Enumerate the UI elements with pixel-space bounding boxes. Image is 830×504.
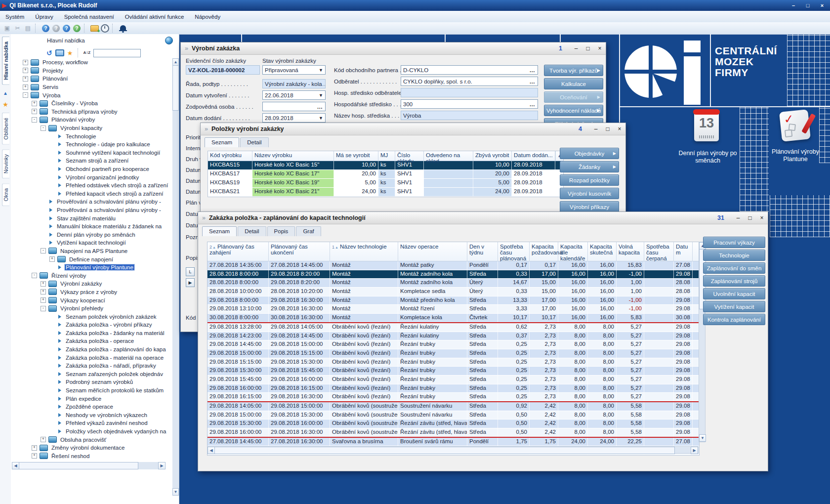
tab[interactable]: Seznam	[205, 137, 239, 147]
close-icon[interactable]: ×	[594, 45, 606, 52]
table-row[interactable]: 29.08.2018 14:45:00 29.08.2018 15:00:00 …	[208, 340, 699, 349]
tree-item[interactable]: Neshody ve výrobních výkazech	[12, 411, 172, 420]
tree-item[interactable]: Zakázka položka - žádanky na materiál	[12, 329, 172, 337]
tree-horizontal-scrollbar[interactable]: ◀ ▶	[12, 462, 166, 469]
scroll-thumb[interactable]	[214, 447, 675, 454]
scroll-left-icon[interactable]: ◀	[208, 447, 215, 454]
paste-icon[interactable]: ▤	[23, 24, 33, 33]
bell-icon[interactable]	[118, 24, 127, 33]
expander-icon[interactable]: +	[23, 84, 28, 90]
table-row[interactable]: 29.08.2018 13:10:00 29.08.2018 16:30:00 …	[208, 305, 699, 314]
tree-item[interactable]: Výrobní organizační jednotky	[12, 173, 172, 181]
action-button[interactable]: Žádanky▶	[560, 161, 619, 172]
action-button[interactable]: Výrobní příkazy▶	[560, 201, 619, 212]
scroll-left-icon[interactable]: ◀	[12, 462, 19, 469]
minimize-icon[interactable]: –	[590, 126, 602, 132]
tree-item[interactable]: + Výrobní zakázky	[12, 280, 172, 288]
table-row[interactable]: 29.08.2018 15:45:00 29.08.2018 16:00:00 …	[208, 376, 699, 384]
column-header[interactable]: Spotřeba času plánovaná	[498, 242, 530, 261]
menu-item[interactable]: Společná nastavení	[59, 11, 120, 22]
tree-item[interactable]: + Servis	[12, 83, 172, 91]
action-button[interactable]: Zaplánování strojů▶	[703, 275, 765, 287]
chevron-down-icon[interactable]: ▼	[319, 93, 323, 98]
table-row[interactable]: 29.08.2018 13:28:00 29.08.2018 14:05:00 …	[208, 323, 699, 332]
ellipsis-icon[interactable]: …	[530, 79, 536, 84]
created-date-field[interactable]: 22.06.2018▼	[262, 90, 326, 100]
column-header[interactable]: Číslo skladu	[395, 151, 424, 161]
tree-item[interactable]: - Výroba	[12, 91, 172, 99]
context-help-icon[interactable]: ?	[51, 24, 61, 33]
minimize-button[interactable]: –	[787, 1, 800, 9]
action-button[interactable]: Kalkulace▶	[544, 78, 603, 89]
minimize-icon[interactable]: –	[732, 214, 744, 221]
expander-icon[interactable]: -	[41, 248, 46, 253]
monitor-icon[interactable]	[55, 49, 64, 56]
search-input[interactable]	[93, 49, 141, 57]
column-header[interactable]: Zbývá vyrobit	[473, 151, 512, 161]
column-header[interactable]: Plánovaný čas ukončení	[269, 242, 330, 261]
economic-centre-field[interactable]: 300…	[401, 99, 538, 109]
maximize-icon[interactable]: □	[582, 45, 594, 52]
table-row[interactable]: 29.08.2018 15:30:00 29.08.2018 15:45:00 …	[208, 367, 699, 376]
tree-item[interactable]: Zakázka položka - výrobní příkazy	[12, 321, 172, 329]
table-row[interactable]: 29.08.2018 14:05:00 29.08.2018 15:00:00 …	[208, 402, 699, 411]
column-header[interactable]: Kapacita dle kalendáře	[558, 242, 588, 261]
expander-icon[interactable]: +	[49, 256, 55, 262]
expander-icon[interactable]: +	[32, 453, 37, 459]
expander-icon[interactable]: -	[41, 306, 46, 311]
table-row[interactable]: HXCBAS17 Horské kolo XC Basic 17" 20,00 …	[208, 170, 563, 179]
tree-item[interactable]: Manuální blokace materiálu z žádanek na	[12, 222, 172, 231]
horizontal-scrollbar[interactable]: ◀ ▶	[207, 446, 699, 454]
tree-item[interactable]: Seznam položek výrobních zakázek	[12, 312, 172, 321]
tree-item[interactable]: Technologie	[12, 132, 172, 140]
table-row[interactable]: 29.08.2018 8:00:00 29.08.2018 16:30:00 M…	[208, 296, 699, 305]
tree-item[interactable]: Prověřování a schvalování plánu výroby -	[12, 198, 172, 206]
tree-item[interactable]: - Napojení na APS Plantune	[12, 247, 172, 255]
column-header[interactable]: Volná kapacita	[617, 242, 644, 261]
column-header[interactable]: Má se vyrobit	[334, 151, 378, 161]
tree-item[interactable]: Seznam zařazených položek objednáv	[12, 370, 172, 378]
help-icon[interactable]: ?	[41, 24, 50, 33]
column-header[interactable]: 2▲Plánovaný čas zahájení	[208, 242, 269, 261]
collapse-arrow-icon[interactable]: ▲	[3, 90, 8, 96]
tab-okna[interactable]: Okna	[2, 183, 9, 206]
tree-item[interactable]: Zakázka položka - nářadí, přípravky	[12, 362, 172, 370]
table-row[interactable]: 28.08.2018 8:00:00 29.08.2018 8:20:00 Mo…	[208, 279, 699, 288]
tree-item[interactable]: Stav zajištění materiálu	[12, 214, 172, 222]
window-titlebar[interactable]: » Zakázka položka - zaplánování do kapac…	[198, 212, 768, 224]
tree-item[interactable]: Podrobný seznam výrobků	[12, 378, 172, 386]
tab-oblibene[interactable]: Oblíbené	[2, 113, 9, 145]
action-button[interactable]: Pracovní výkazy▶	[703, 237, 765, 248]
close-button[interactable]: ×	[816, 1, 829, 9]
column-header[interactable]: Kód výrobku	[208, 151, 252, 161]
table-row[interactable]: 27.08.2018 14:45:00 27.08.2018 16:30:00 …	[208, 438, 699, 447]
action-button[interactable]: Výrobní kusovník▶	[560, 188, 619, 199]
expander-icon[interactable]: +	[32, 445, 37, 451]
table-row[interactable]: 27.08.2018 14:35:00 27.08.2018 14:45:00 …	[208, 261, 699, 270]
expander-icon[interactable]: +	[23, 60, 28, 65]
tree-item[interactable]: Zpožděné operace	[12, 403, 172, 411]
partner-code-field[interactable]: D-CYKLO…	[401, 65, 538, 75]
expander-icon[interactable]: +	[23, 68, 28, 73]
column-header[interactable]: Den v týdnu	[467, 242, 498, 261]
action-button[interactable]: Vyhodnocení nákladů▶	[544, 105, 603, 116]
cut-icon[interactable]: ✂	[13, 24, 22, 33]
question-icon[interactable]: ?	[62, 24, 71, 33]
action-button[interactable]: Rozpad položky▶	[560, 174, 619, 186]
action-button[interactable]: Zaplánování do směn▶	[703, 262, 765, 274]
tree-item[interactable]: Seznam strojů a zařízení	[12, 157, 172, 165]
action-button[interactable]: Uvolnění kapacit▶	[703, 288, 765, 299]
delivery-date-field[interactable]: 28.09.2018▼	[262, 113, 326, 123]
scroll-right-icon[interactable]: ▶	[158, 462, 166, 469]
tab[interactable]: Detail	[240, 137, 268, 147]
action-button[interactable]: Kontrola zaplánování▶	[703, 314, 765, 325]
tree-item[interactable]: - Plánování výroby	[12, 116, 172, 124]
column-header[interactable]: Spotřeba času čerpaná	[644, 242, 674, 261]
window-menu-icon[interactable]: »	[185, 45, 188, 52]
tree-item[interactable]: - Řízení výroby	[12, 271, 172, 280]
tree-vertical-scrollbar[interactable]: ▲ ▼	[172, 58, 179, 496]
tree-item[interactable]: Technologie - údaje pro kalkulace	[12, 140, 172, 149]
tree-item[interactable]: Položky všech objednávek vydaných na	[12, 427, 172, 436]
tree-item[interactable]: Zakázka položka - operace	[12, 337, 172, 345]
tab-hlavni-nabidka[interactable]: Hlavní nabídka	[2, 37, 9, 85]
